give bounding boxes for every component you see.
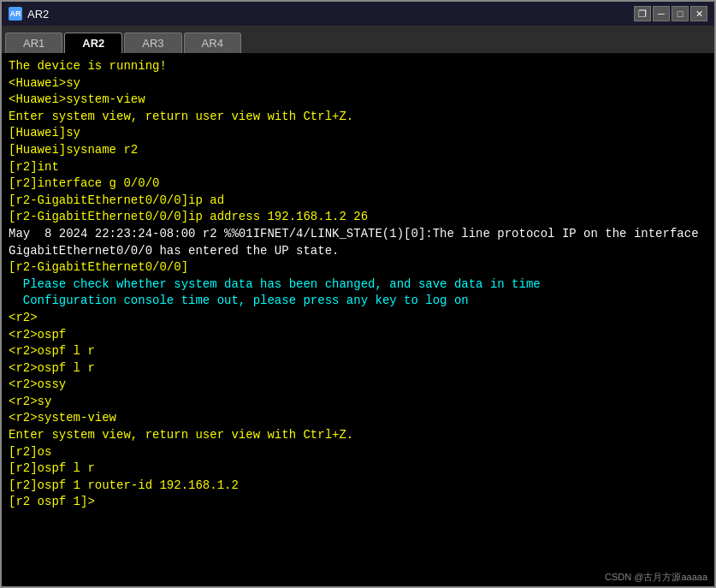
terminal-line: [r2]interface g 0/0/0 xyxy=(9,175,707,193)
minimize-button[interactable]: ─ xyxy=(653,6,670,21)
terminal-line: Please check whether system data has bee… xyxy=(9,276,707,294)
close-button[interactable]: ✕ xyxy=(690,6,707,21)
terminal-line: [r2]os xyxy=(9,444,707,461)
terminal-line: [r2 ospf 1]> xyxy=(9,494,707,511)
terminal-line: [r2]ospf l r xyxy=(9,460,707,478)
terminal-line: The device is running! xyxy=(9,58,707,75)
terminal-line: <Huawei>system-view xyxy=(9,92,707,109)
tab-ar3[interactable]: AR3 xyxy=(124,33,181,53)
terminal-output[interactable]: The device is running!<Huawei>sy<Huawei>… xyxy=(2,53,714,567)
terminal-line: [Huawei]sysname r2 xyxy=(9,142,707,159)
terminal-line: <r2>ospf xyxy=(9,327,707,344)
terminal-line: <Huawei>sy xyxy=(9,75,707,92)
window-title: AR2 xyxy=(27,8,49,21)
terminal-line: <r2>ossy xyxy=(9,377,707,394)
maximize-button[interactable]: □ xyxy=(672,6,689,21)
terminal-line: [r2-GigabitEthernet0/0/0] xyxy=(9,259,707,276)
title-controls: ❐ ─ □ ✕ xyxy=(634,6,707,21)
title-bar-left: AR AR2 xyxy=(9,7,49,21)
terminal-line: [Huawei]sy xyxy=(9,125,707,142)
restore-button[interactable]: ❐ xyxy=(634,6,651,21)
terminal-line: [r2-GigabitEthernet0/0/0]ip address 192.… xyxy=(9,209,707,226)
main-window: AR AR2 ❐ ─ □ ✕ AR1 AR2 AR3 AR4 The devic… xyxy=(0,0,716,588)
terminal-line: Enter system view, return user view with… xyxy=(9,109,707,126)
tab-ar4[interactable]: AR4 xyxy=(184,33,241,53)
bottom-bar: CSDN @古月方源aaaaa xyxy=(2,567,714,586)
tab-ar1[interactable]: AR1 xyxy=(5,33,62,53)
terminal-line: [r2]ospf 1 router-id 192.168.1.2 xyxy=(9,478,707,495)
terminal-line: <r2>system-view xyxy=(9,410,707,427)
terminal-line: May 8 2024 22:23:24-08:00 r2 %%01IFNET/4… xyxy=(9,226,707,259)
app-icon: AR xyxy=(9,7,22,21)
terminal-line: <r2>ospf l r xyxy=(9,360,707,377)
terminal-line: [r2]int xyxy=(9,159,707,176)
watermark: CSDN @古月方源aaaaa xyxy=(605,571,707,584)
terminal-line: <r2>ospf l r xyxy=(9,343,707,360)
terminal-line: Enter system view, return user view with… xyxy=(9,427,707,444)
terminal-line: <r2>sy xyxy=(9,394,707,411)
terminal-line: <r2> xyxy=(9,310,707,327)
terminal-line: [r2-GigabitEthernet0/0/0]ip ad xyxy=(9,193,707,210)
title-bar: AR AR2 ❐ ─ □ ✕ xyxy=(2,2,714,26)
tab-ar2[interactable]: AR2 xyxy=(64,33,122,53)
tabs-bar: AR1 AR2 AR3 AR4 xyxy=(2,26,714,53)
terminal-line: Configuration console time out, please p… xyxy=(9,293,707,310)
